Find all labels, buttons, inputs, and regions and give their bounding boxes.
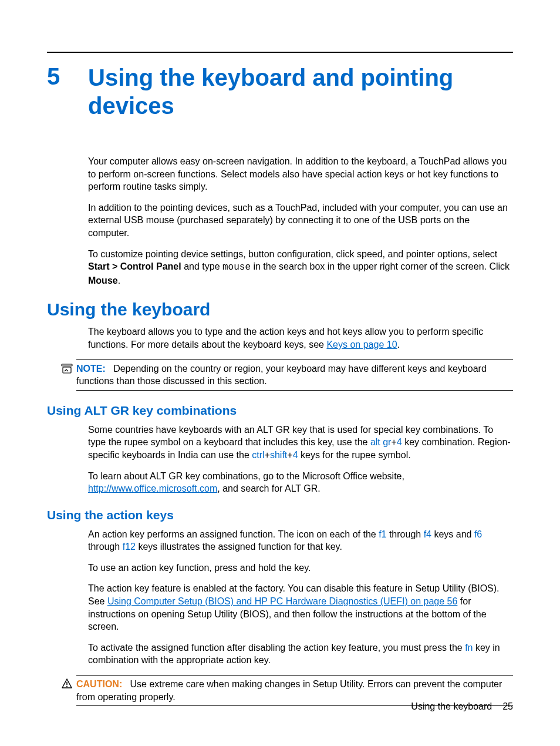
chapter-title: Using the keyboard and pointing devices: [88, 63, 513, 120]
section-heading-using-keyboard: Using the keyboard: [47, 300, 513, 320]
intro-p1: Your computer allows easy on-screen navi…: [88, 155, 513, 193]
section2-p1: Some countries have keyboards with an AL…: [88, 424, 513, 462]
link-bios-uefi[interactable]: Using Computer Setup (BIOS) and HP PC Ha…: [107, 596, 457, 606]
section3-p3: The action key feature is enabled at the…: [88, 582, 513, 633]
section2-p2: To learn about ALT GR key combinations, …: [88, 470, 513, 495]
section-heading-altgr: Using ALT GR key combinations: [47, 404, 513, 418]
caution-text: Use extreme care when making changes in …: [76, 679, 502, 702]
section3-p2: To use an action key function, press and…: [88, 562, 513, 574]
caution-label: CAUTION:: [76, 679, 122, 689]
note-block: NOTE: Depending on the country or region…: [76, 359, 513, 391]
intro-p3: To customize pointing device settings, b…: [88, 248, 513, 287]
document-page: 5 Using the keyboard and pointing device…: [0, 0, 560, 746]
page-footer: Using the keyboard25: [411, 701, 513, 712]
section1-p1: The keyboard allows you to type and the …: [88, 325, 513, 351]
note-icon: [61, 362, 73, 374]
footer-section: Using the keyboard: [411, 701, 492, 711]
chapter-header: 5 Using the keyboard and pointing device…: [47, 63, 513, 120]
section3-p4: To activate the assigned function after …: [88, 641, 513, 667]
section3-body: An action key performs an assigned funct…: [88, 528, 513, 667]
intro-block: Your computer allows easy on-screen navi…: [88, 155, 513, 287]
svg-rect-0: [62, 364, 72, 366]
caution-icon: [61, 678, 73, 690]
section1-body: The keyboard allows you to type and the …: [88, 325, 513, 351]
link-office-microsoft[interactable]: http://www.office.microsoft.com: [88, 483, 217, 493]
section3-p1: An action key performs an assigned funct…: [88, 528, 513, 553]
footer-page-number: 25: [502, 701, 513, 711]
section-heading-action-keys: Using the action keys: [47, 508, 513, 522]
note-text: Depending on the country or region, your…: [76, 364, 487, 387]
section2-body: Some countries have keyboards with an AL…: [88, 424, 513, 495]
link-keys-page-10[interactable]: Keys on page 10: [326, 340, 397, 350]
chapter-rule: [47, 52, 513, 53]
svg-point-3: [66, 686, 68, 687]
note-label: NOTE:: [76, 364, 106, 374]
chapter-number: 5: [47, 63, 88, 89]
intro-p2: In addition to the pointing devices, suc…: [88, 201, 513, 240]
